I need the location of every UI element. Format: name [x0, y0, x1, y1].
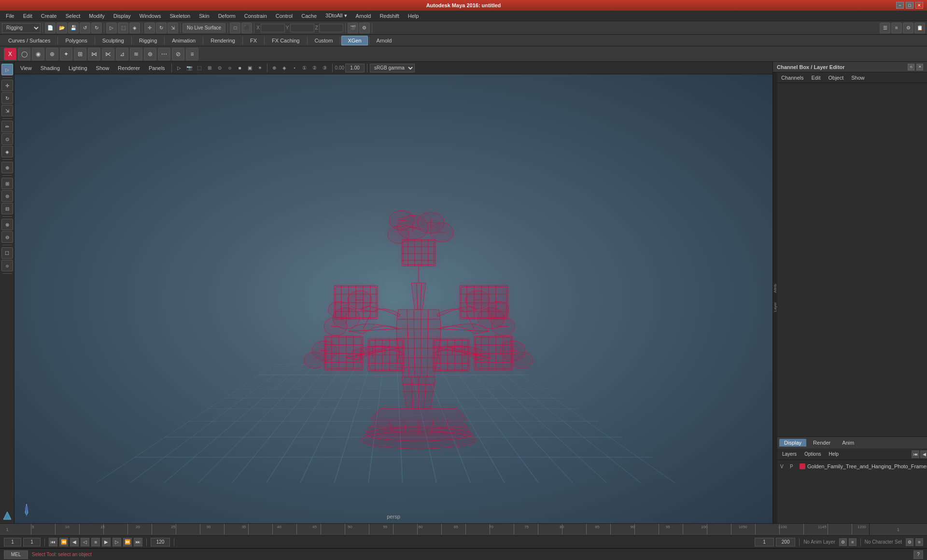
shelf-btn-5[interactable]: ✦	[60, 48, 72, 60]
wire-left[interactable]: ⌾	[1, 260, 13, 271]
tab-curves-surfaces[interactable]: Curves / Surfaces	[2, 36, 56, 45]
cb-tab-show[interactable]: Show	[849, 74, 867, 82]
y-input[interactable]	[290, 24, 314, 32]
cb-tab-channels[interactable]: Channels	[779, 74, 805, 82]
minimize-button[interactable]: −	[896, 2, 904, 9]
tab-custom[interactable]: Custom	[309, 36, 339, 45]
cb-tab-object[interactable]: Object	[826, 74, 845, 82]
tool-settings-toggle[interactable]: ⚙	[903, 23, 913, 33]
shelf-btn-2[interactable]: ◯	[18, 48, 30, 60]
open-file-button[interactable]: 📂	[56, 23, 67, 33]
step-back-key-button[interactable]: ⏪	[59, 538, 68, 546]
vp-icon-subdiv[interactable]: ⋆	[290, 63, 299, 73]
vp-menu-shading[interactable]: Shading	[37, 64, 64, 72]
menu-file[interactable]: File	[2, 12, 18, 20]
vp-icon-camera[interactable]: 📷	[184, 63, 194, 73]
rotate-tool-left[interactable]: ↻	[1, 92, 13, 104]
vp-icon-wire[interactable]: ⌾	[225, 63, 235, 73]
symmetry-left[interactable]: ⊖	[1, 231, 13, 243]
select-tool-left[interactable]: ▷	[1, 64, 13, 75]
timeline[interactable]: 1 5 10 15 20 25 30 35 40	[0, 523, 927, 536]
tab-fx-caching[interactable]: FX Caching	[266, 36, 306, 45]
tab-xgen[interactable]: XGen	[341, 36, 367, 45]
shelf-btn-6[interactable]: ⊞	[74, 48, 86, 60]
tab-sculpting[interactable]: Sculpting	[96, 36, 130, 45]
layer-nav-back1[interactable]: ⏮	[912, 450, 919, 458]
menu-display[interactable]: Display	[110, 12, 135, 20]
vp-icon-frame[interactable]: ⬚	[195, 63, 204, 73]
anim-layer-extra[interactable]: ≡	[849, 538, 857, 546]
step-back-button[interactable]: ◀	[70, 538, 79, 546]
frame-selected-button[interactable]: □	[230, 23, 240, 33]
xray-left[interactable]: ☐	[1, 247, 13, 259]
vp-icon-solid[interactable]: ■	[235, 63, 245, 73]
snap-curve-left[interactable]: ⊜	[1, 190, 13, 202]
tab-animation[interactable]: Animation	[166, 36, 202, 45]
menu-redshift[interactable]: Redshift	[376, 12, 403, 20]
menu-control[interactable]: Control	[272, 12, 296, 20]
paint-select-button[interactable]: ◈	[129, 23, 140, 33]
char-set-extra[interactable]: ≡	[915, 538, 923, 546]
vp-icon-select[interactable]: ▷	[174, 63, 184, 73]
anim-value-input[interactable]	[345, 64, 365, 72]
menu-3dtall[interactable]: 3DtoAll ▾	[322, 12, 351, 20]
vp-icon-smooth2[interactable]: ②	[310, 63, 320, 73]
vp-icon-grid[interactable]: ⊞	[205, 63, 214, 73]
render-settings-button[interactable]: ⚙	[359, 23, 370, 33]
rotate-tool-button[interactable]: ↻	[156, 23, 167, 33]
vp-icon-smooth1[interactable]: ①	[300, 63, 309, 73]
shelf-btn-3[interactable]: ◉	[32, 48, 44, 60]
tab-rigging[interactable]: Rigging	[133, 36, 163, 45]
viewport[interactable]: .wire { fill: none; stroke: #cc1144; str…	[14, 74, 772, 523]
shelf-btn-7[interactable]: ⋈	[88, 48, 100, 60]
vp-menu-show[interactable]: Show	[92, 64, 113, 72]
menu-select[interactable]: Select	[62, 12, 84, 20]
save-file-button[interactable]: 💾	[68, 23, 79, 33]
shelf-btn-11[interactable]: ⊛	[144, 48, 156, 60]
menu-modify[interactable]: Modify	[85, 12, 108, 20]
char-set-settings[interactable]: ⚙	[906, 538, 913, 546]
frame-start-input[interactable]	[4, 538, 21, 546]
undo-button[interactable]: ↺	[80, 23, 90, 33]
step-fwd-key-button[interactable]: ⏩	[123, 538, 132, 546]
mel-button[interactable]: MEL	[4, 550, 28, 559]
mode-dropdown[interactable]: Rigging Animation Modeling	[2, 23, 41, 33]
menu-create[interactable]: Create	[37, 12, 61, 20]
layer-nav-back2[interactable]: ◀	[920, 450, 927, 458]
gamma-dropdown[interactable]: sRGB gamma	[370, 64, 415, 72]
outliner-toggle[interactable]: 📋	[914, 23, 925, 33]
frame-all-button[interactable]: ⬛	[241, 23, 252, 33]
close-button[interactable]: ✕	[915, 2, 923, 9]
soft-select-left[interactable]: ⊗	[1, 219, 13, 230]
help-line-toggle[interactable]: ?	[913, 550, 923, 559]
layers-menu[interactable]: Layers	[779, 451, 800, 457]
joint-tool-left[interactable]: ⊕	[1, 162, 13, 173]
channel-box-float[interactable]: ⎋	[908, 64, 914, 70]
skip-to-start-button[interactable]: ⏮	[49, 538, 57, 546]
menu-help[interactable]: Help	[404, 12, 423, 20]
snap-point-left[interactable]: ⊟	[1, 203, 13, 214]
frame-current-input[interactable]	[23, 538, 41, 546]
menu-skin[interactable]: Skin	[195, 12, 213, 20]
layer-vis-p[interactable]: P	[790, 464, 798, 469]
menu-arnold[interactable]: Arnold	[352, 12, 375, 20]
layer-name[interactable]: Golden_Family_Tree_and_Hanging_Photo_Fra…	[807, 463, 927, 469]
poly-tool-left[interactable]: ◈	[1, 146, 13, 157]
menu-cache[interactable]: Cache	[297, 12, 321, 20]
vp-icon-hulls[interactable]: ⊕	[269, 63, 279, 73]
paint-tool-left[interactable]: ✏	[1, 121, 13, 132]
render-button[interactable]: 🎬	[348, 23, 358, 33]
options-menu[interactable]: Options	[801, 451, 824, 457]
x-input[interactable]	[261, 24, 285, 32]
vp-menu-panels[interactable]: Panels	[145, 64, 169, 72]
lasso-select-button[interactable]: ⬚	[118, 23, 128, 33]
shelf-btn-14[interactable]: ≡	[186, 48, 198, 60]
fps-input[interactable]	[776, 538, 795, 546]
menu-skeleton[interactable]: Skeleton	[166, 12, 194, 20]
menu-windows[interactable]: Windows	[136, 12, 165, 20]
shelf-btn-9[interactable]: ⊿	[116, 48, 128, 60]
select-tool-button[interactable]: ▷	[106, 23, 117, 33]
shelf-btn-10[interactable]: ≋	[130, 48, 142, 60]
shelf-btn-8[interactable]: ⋉	[102, 48, 114, 60]
le-tab-anim[interactable]: Anim	[837, 439, 859, 447]
